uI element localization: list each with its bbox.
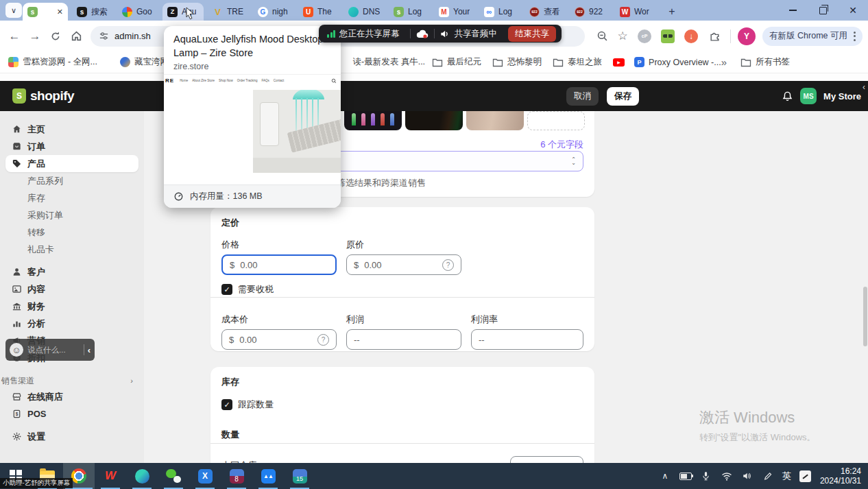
taskbar-wps[interactable]: W — [95, 463, 126, 489]
tab-zire-aqualuxe[interactable]: Aqu — [162, 3, 204, 21]
tab-logo-2[interactable]: Log — [479, 3, 520, 21]
notifications-bell-icon[interactable] — [782, 91, 793, 102]
tab-922-proxy[interactable]: 922 — [570, 3, 611, 21]
sidebar-item-home[interactable]: 主页 — [5, 121, 138, 138]
forward-button[interactable]: → — [25, 26, 45, 47]
quantity-input[interactable]: 0 — [510, 456, 583, 463]
sidebar-item-customers[interactable]: 客户 — [5, 263, 138, 281]
new-tab-button[interactable]: + — [663, 3, 681, 21]
microphone-icon[interactable] — [700, 470, 712, 482]
shopify-logo[interactable]: shopify — [12, 88, 74, 104]
product-media-thumbnail[interactable] — [405, 111, 463, 130]
tab-google[interactable]: Goo — [117, 3, 158, 21]
price-input[interactable]: $ 0.00 — [221, 254, 337, 275]
tab-search-dropdown-button[interactable]: ∨ — [5, 3, 22, 18]
bookmark-star-button[interactable]: ☆ — [612, 26, 633, 47]
cancel-button[interactable]: 取消 — [566, 87, 599, 106]
sidebar-item-content[interactable]: 内容 — [5, 281, 138, 298]
help-icon[interactable]: ? — [317, 334, 329, 346]
checkbox-checked-icon[interactable]: ✓ — [221, 284, 232, 295]
taskbar-meeting[interactable]: ▲▲ — [252, 463, 284, 489]
sidebar-item-products[interactable]: 产品 — [5, 155, 138, 172]
sidebar-item-gift-cards[interactable]: 礼品卡 — [0, 241, 144, 258]
bookmark-proxy-overview[interactable]: P Proxy Overview -... — [634, 57, 721, 67]
battery-icon[interactable] — [679, 470, 692, 482]
bookmark-xuegao[interactable]: 雪糕资源网 - 全网... — [8, 56, 97, 68]
collapse-overlay-button[interactable]: ‹ — [88, 345, 91, 355]
extension-adblock[interactable] — [659, 27, 677, 45]
extensions-menu-button[interactable] — [706, 27, 723, 45]
metafields-link[interactable]: 6 个元字段 — [540, 139, 583, 151]
bookmark-folder-grim-dawn[interactable]: 恐怖黎明 — [492, 56, 542, 68]
wifi-icon[interactable] — [721, 470, 733, 482]
sidebar-item-online-store[interactable]: 在线商店 — [5, 388, 138, 405]
bookmarks-overflow-button[interactable]: » — [721, 56, 727, 68]
compare-price-input[interactable]: $ 0.00 ? — [346, 254, 461, 275]
back-button[interactable]: ← — [4, 26, 25, 47]
track-quantity-row[interactable]: ✓ 跟踪数量 — [221, 398, 583, 411]
tab-logo-1[interactable]: Log — [389, 3, 430, 21]
tab-close-icon[interactable]: ✕ — [57, 8, 63, 16]
sidebar-item-inventory[interactable]: 库存 — [0, 189, 144, 206]
extension-downloader[interactable]: ↓ — [682, 27, 700, 45]
profit-input[interactable]: -- — [346, 329, 461, 350]
bookmark-du-zhenniu[interactable]: 读-最新发表 真牛... — [349, 56, 426, 68]
product-media-thumbnail[interactable] — [344, 111, 402, 130]
product-media-thumbnail[interactable] — [466, 111, 524, 130]
bookmark-folder-last-epoch[interactable]: 最后纪元 — [432, 56, 481, 68]
save-button[interactable]: 保存 — [607, 87, 639, 106]
window-minimize-button[interactable] — [777, 0, 808, 21]
volume-icon[interactable] — [741, 470, 754, 482]
bookmark-folder-titan-quest[interactable]: 泰坦之旅 — [553, 56, 602, 68]
tab-the[interactable]: The — [298, 3, 339, 21]
reload-button[interactable] — [45, 26, 66, 47]
collapse-chevron-icon[interactable]: ‹ — [863, 82, 865, 92]
tab-search[interactable]: 搜索 — [72, 3, 113, 21]
quicker-icon[interactable] — [799, 470, 812, 482]
charge-tax-row[interactable]: ✓ 需要收税 — [221, 283, 583, 296]
ime-language-indicator[interactable]: 英 — [782, 470, 791, 482]
extension-cp[interactable]: cP — [636, 27, 653, 45]
sidebar-item-analytics[interactable]: 分析 — [5, 315, 138, 332]
stop-sharing-button[interactable]: 结束共享 — [508, 26, 556, 42]
tab-922-view[interactable]: 查看 — [525, 3, 566, 21]
taskbar-wechat[interactable] — [158, 463, 189, 489]
add-media-placeholder[interactable] — [527, 111, 585, 130]
sidebar-item-settings[interactable]: 设置 — [5, 428, 138, 445]
margin-input[interactable]: -- — [471, 329, 583, 350]
taskbar-calendar-8[interactable]: 8 — [221, 463, 252, 489]
window-restore-button[interactable] — [808, 0, 838, 21]
chrome-update-chip[interactable]: 有新版 Chrome 可用 — [762, 27, 863, 46]
tab-gmail[interactable]: Your — [434, 3, 475, 21]
chat-input[interactable]: 说点什么... — [27, 345, 80, 355]
taskbar-security-browser[interactable] — [126, 463, 158, 489]
tab-trendy[interactable]: TRE — [208, 3, 249, 21]
taskbar-calendar-15[interactable]: 15 — [284, 463, 315, 489]
home-button[interactable] — [66, 26, 86, 47]
tab-active-shopify[interactable]: ✕ — [23, 3, 68, 21]
cost-input[interactable]: $ 0.00 ? — [221, 329, 337, 350]
sales-channels-section[interactable]: 销售渠道 › — [0, 373, 144, 388]
all-bookmarks-button[interactable]: 所有书签 — [740, 56, 790, 68]
store-name[interactable]: My Store — [823, 91, 861, 102]
store-avatar[interactable]: MS — [800, 88, 817, 104]
tab-dns[interactable]: DNS — [343, 3, 385, 21]
window-close-button[interactable]: ✕ — [838, 0, 868, 21]
sidebar-item-finance[interactable]: 财务 — [5, 298, 138, 315]
help-icon[interactable]: ? — [442, 259, 454, 271]
sidebar-item-purchase-orders[interactable]: 采购订单 — [0, 206, 144, 224]
page-scrollbar[interactable] — [863, 287, 867, 346]
sidebar-item-pos[interactable]: $ POS — [5, 405, 138, 422]
pen-icon[interactable] — [762, 470, 774, 482]
tray-expand-chevron[interactable]: ∧ — [659, 470, 671, 482]
browser-menu-icon[interactable] — [854, 32, 856, 41]
profile-avatar[interactable]: Y — [738, 27, 756, 45]
tab-word[interactable]: Wor — [615, 3, 656, 21]
bookmark-youtube[interactable]: ▶ — [613, 58, 625, 67]
taskbar-x-app[interactable]: X — [189, 463, 221, 489]
tab-night[interactable]: nigh — [253, 3, 294, 21]
sidebar-item-collections[interactable]: 产品系列 — [0, 172, 144, 189]
sidebar-item-transfers[interactable]: 转移 — [0, 224, 144, 241]
taskbar-clock[interactable]: 16:24 2024/10/31 — [820, 466, 861, 486]
sidebar-item-orders[interactable]: 订单 — [5, 138, 138, 155]
